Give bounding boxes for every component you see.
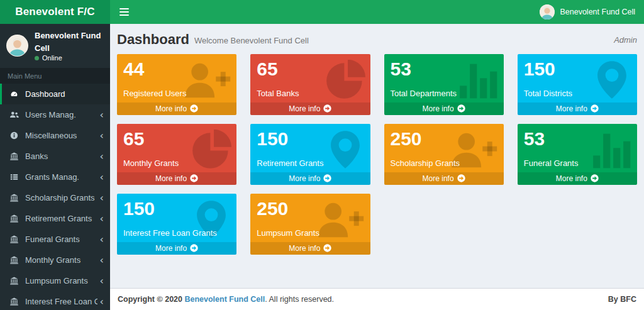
- chevron-left-icon: ‹: [100, 276, 104, 286]
- footer-link[interactable]: Benevolent Fund Cell: [184, 295, 265, 304]
- stat-label: Interest Free Loan Grants: [123, 228, 230, 238]
- stat-value: 65: [257, 58, 364, 80]
- stat-card-total-departments: 53 Total Departments More info: [384, 54, 504, 115]
- sidebar-item-scholarship-grants[interactable]: Scholarship Grants ‹: [0, 187, 110, 208]
- content-header: Dashboard Welcome Benevolent Fund Cell A…: [110, 24, 644, 49]
- chevron-left-icon: ‹: [100, 255, 104, 265]
- bank-icon: [9, 256, 21, 264]
- page-title: Dashboard: [117, 33, 189, 47]
- content: Dashboard Welcome Benevolent Fund Cell A…: [110, 24, 644, 288]
- stat-label: Monthly Grants: [123, 158, 230, 168]
- chevron-left-icon: ‹: [100, 110, 104, 120]
- more-info-link[interactable]: More info: [117, 102, 236, 116]
- user-status-link[interactable]: Online: [35, 54, 104, 62]
- sidebar-item-lumpsum-grants[interactable]: Lumpsum Grants ‹: [0, 270, 110, 291]
- stat-label: Total Districts: [524, 89, 631, 98]
- stat-value: 44: [123, 58, 230, 80]
- sidebar-item-users-manag[interactable]: Users Manag. ‹: [0, 104, 110, 125]
- online-dot-icon: [35, 56, 39, 60]
- arrow-circle-right-icon: [323, 174, 331, 182]
- footer-right-text: By BFC: [608, 295, 636, 304]
- user-menu-label: Benevolent Fund Cell: [560, 8, 635, 16]
- more-info-link[interactable]: More info: [518, 172, 637, 185]
- sidebar-section-label: Main Menu: [0, 68, 110, 84]
- page-subtitle: Welcome Benevolent Fund Cell: [194, 36, 309, 47]
- more-info-link[interactable]: More info: [250, 172, 370, 185]
- stat-value: 250: [391, 128, 497, 150]
- sidebar-user-name: Benevolent Fund Cell: [35, 30, 104, 54]
- stat-value: 150: [257, 128, 364, 150]
- chevron-left-icon: ‹: [100, 172, 104, 182]
- sidebar-item-funeral-grants[interactable]: Funeral Grants ‹: [0, 229, 110, 250]
- info-icon: [9, 131, 21, 140]
- sidebar-item-interest-free-loan-grants[interactable]: Interest Free Loan Grants ‹: [0, 291, 110, 310]
- more-info-link[interactable]: More info: [250, 242, 370, 255]
- top-header: Benevolent F/C Benevolent Fund Cell: [0, 0, 644, 24]
- more-info-link[interactable]: More info: [518, 102, 637, 116]
- more-info-link[interactable]: More info: [384, 172, 504, 185]
- more-info-link[interactable]: More info: [117, 242, 236, 255]
- arrow-circle-right-icon: [323, 244, 331, 252]
- sidebar-item-miscellaneous[interactable]: Miscellaneous ‹: [0, 125, 110, 146]
- app-logo[interactable]: Benevolent F/C: [0, 0, 110, 24]
- sidebar-item-retirement-grants[interactable]: Retirement Grants ‹: [0, 208, 110, 229]
- bank-icon: [9, 194, 21, 202]
- stat-card-registered-users: 44 Registered Users More info: [117, 54, 236, 115]
- sidebar: Benevolent Fund Cell Online Main Menu Da…: [0, 24, 110, 310]
- stat-card-funeral-grants: 53 Funeral Grants More info: [518, 124, 637, 185]
- arrow-circle-right-icon: [591, 174, 599, 182]
- bank-icon: [9, 214, 21, 223]
- stat-label: Retirement Grants: [257, 158, 364, 168]
- sidebar-item-grants-manag[interactable]: Grants Manag. ‹: [0, 167, 110, 187]
- chevron-left-icon: ‹: [100, 152, 104, 162]
- stat-label: Total Departments: [391, 89, 497, 98]
- user-menu[interactable]: Benevolent Fund Cell: [531, 0, 644, 24]
- sidebar-item-dashboard[interactable]: Dashboard: [0, 84, 110, 104]
- sidebar-toggle-button[interactable]: [110, 0, 138, 24]
- hamburger-icon: [119, 8, 129, 9]
- main-area: Dashboard Welcome Benevolent Fund Cell A…: [110, 24, 644, 310]
- stat-boxes-grid: 44 Registered Users More info 65 Total B…: [110, 49, 644, 260]
- more-info-link[interactable]: More info: [117, 172, 236, 185]
- stat-card-retirement-grants: 150 Retirement Grants More info: [250, 124, 370, 185]
- stat-card-total-banks: 65 Total Banks More info: [250, 54, 370, 115]
- stat-card-interest-free-loan-grants: 150 Interest Free Loan Grants More info: [117, 194, 236, 255]
- arrow-circle-right-icon: [457, 104, 465, 113]
- chevron-left-icon: ‹: [100, 214, 104, 224]
- user-status-label: Online: [42, 54, 62, 62]
- sidebar-item-banks[interactable]: Banks ‹: [0, 146, 110, 167]
- chevron-left-icon: ‹: [100, 193, 104, 203]
- more-info-link[interactable]: More info: [384, 102, 504, 116]
- stat-value: 150: [123, 198, 230, 220]
- bank-icon: [9, 297, 21, 306]
- user-avatar: [540, 4, 555, 19]
- stat-card-monthly-grants: 65 Monthly Grants More info: [117, 124, 236, 185]
- bank-icon: [9, 277, 21, 285]
- stat-value: 65: [123, 128, 230, 150]
- stat-label: Registered Users: [123, 89, 230, 98]
- arrow-circle-right-icon: [190, 244, 198, 252]
- dashboard-icon: [9, 90, 21, 98]
- stat-label: Total Banks: [257, 89, 364, 98]
- users-icon: [9, 111, 21, 119]
- stat-value: 53: [391, 58, 497, 80]
- chevron-left-icon: ‹: [100, 131, 104, 141]
- sidebar-user-panel: Benevolent Fund Cell Online: [0, 24, 110, 68]
- page-footer: Copyright © 2020 Benevolent Fund Cell. A…: [110, 288, 644, 310]
- stat-card-scholarship-grants: 250 Scholarship Grants More info: [384, 124, 504, 185]
- arrow-circle-right-icon: [457, 174, 465, 182]
- bank-icon: [9, 235, 21, 243]
- sidebar-menu: Dashboard Users Manag. ‹ Miscellaneous ‹…: [0, 84, 110, 310]
- avatar-image: [540, 4, 555, 19]
- stat-label: Funeral Grants: [524, 158, 631, 168]
- arrow-circle-right-icon: [323, 104, 331, 113]
- stat-card-total-districts: 150 Total Districts More info: [518, 54, 637, 115]
- sidebar-item-monthly-grants[interactable]: Monthly Grants ‹: [0, 250, 110, 270]
- arrow-circle-right-icon: [190, 104, 198, 113]
- stat-value: 250: [257, 198, 364, 220]
- avatar-image: [7, 35, 28, 56]
- copyright-text: Copyright © 2020 Benevolent Fund Cell. A…: [118, 295, 334, 304]
- navbar: Benevolent Fund Cell: [110, 0, 644, 24]
- more-info-link[interactable]: More info: [250, 102, 370, 116]
- chevron-left-icon: ‹: [100, 297, 104, 307]
